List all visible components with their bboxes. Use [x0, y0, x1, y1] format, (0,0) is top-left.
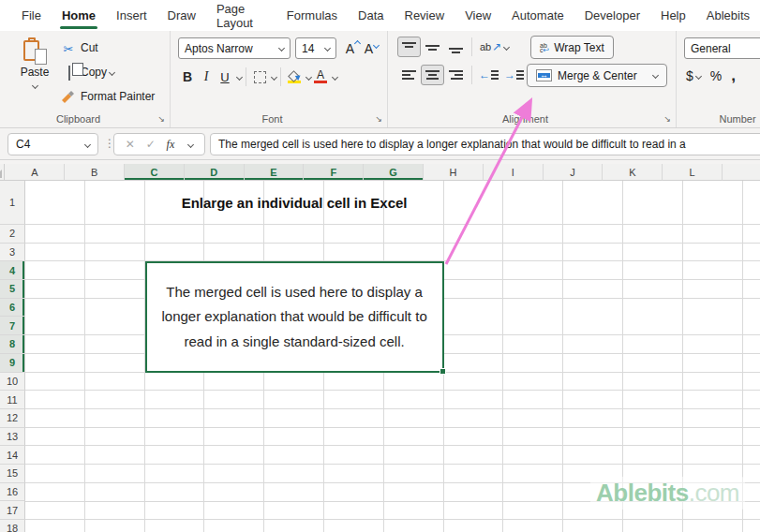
row-header[interactable]: 14 [0, 446, 25, 465]
row-header[interactable]: 1 [0, 181, 25, 225]
borders-button[interactable] [250, 66, 269, 87]
select-all-button[interactable] [0, 164, 5, 181]
menu-tab[interactable]: Insert [106, 0, 157, 31]
row-header[interactable]: 2 [0, 225, 25, 244]
menu-tab[interactable]: Data [348, 0, 394, 31]
align-top-button[interactable] [397, 37, 421, 57]
format-painter-button[interactable]: Format Painter [60, 84, 155, 109]
currency-format-button[interactable]: $ [686, 68, 701, 83]
increase-font-size-button[interactable]: A [343, 38, 362, 59]
clipboard-dialog-launcher-icon[interactable]: ↘ [157, 115, 165, 124]
row-header[interactable]: 13 [0, 428, 25, 447]
formula-input[interactable]: The merged cell is used here to display … [210, 133, 760, 155]
cancel-icon[interactable]: ✕ [126, 138, 135, 151]
italic-button[interactable]: I [197, 66, 216, 87]
align-bottom-button[interactable] [444, 37, 468, 57]
align-left-button[interactable] [397, 65, 421, 85]
column-header[interactable]: A [5, 164, 65, 181]
menu-tab[interactable]: Draw [157, 0, 206, 31]
row-header[interactable]: 11 [0, 391, 25, 409]
column-header[interactable]: H [424, 164, 484, 181]
row-header[interactable]: 16 [0, 483, 25, 502]
fill-color-button[interactable] [285, 66, 304, 87]
fill-handle[interactable] [440, 368, 446, 375]
wrap-text-button[interactable]: abc↩ Wrap Text [530, 36, 614, 59]
menu-tab[interactable]: View [455, 0, 501, 31]
comma-style-icon: , [731, 66, 736, 85]
column-header[interactable]: G [364, 164, 424, 181]
row-header[interactable]: 12 [0, 409, 25, 428]
font-name-select[interactable]: Aptos Narrow [178, 37, 291, 59]
row-header[interactable]: 6 [0, 299, 25, 318]
format-painter-icon [60, 91, 77, 103]
column-header[interactable]: I [484, 164, 544, 181]
watermark-brand: Ablebits [596, 479, 689, 507]
row-header[interactable]: 17 [0, 501, 25, 520]
title-cell[interactable]: Enlarge an individual cell in Excel [145, 181, 444, 225]
chevron-down-icon[interactable] [187, 140, 194, 147]
alignment-dialog-launcher-icon[interactable]: ↘ [663, 115, 671, 124]
row-header[interactable]: 9 [0, 354, 25, 373]
column-header[interactable]: F [304, 164, 364, 181]
font-dialog-launcher-icon[interactable]: ↘ [375, 115, 382, 124]
align-center-button[interactable] [421, 65, 444, 85]
cut-button[interactable]: ✂ Cut [60, 36, 98, 60]
align-right-button[interactable] [444, 65, 468, 85]
menu-tab[interactable]: Automate [501, 0, 574, 31]
menu-tab[interactable]: Ablebits [696, 0, 760, 31]
column-header[interactable]: C [125, 164, 185, 181]
merged-cell[interactable]: The merged cell is used here to display … [145, 261, 444, 373]
chevron-down-icon [278, 45, 285, 52]
orientation-button[interactable]: ab ↗ [480, 40, 509, 53]
currency-icon: $ [686, 68, 693, 83]
copy-label: Copy [81, 66, 107, 79]
underline-button[interactable]: U [216, 66, 234, 87]
number-format-select[interactable]: General [684, 37, 760, 59]
menu-tab[interactable]: File [11, 0, 52, 31]
row-header[interactable]: 8 [0, 335, 25, 354]
row-header[interactable]: 10 [0, 373, 25, 392]
copy-button[interactable]: Copy [60, 60, 114, 84]
menu-tab[interactable]: Review [395, 0, 455, 31]
chevron-down-icon[interactable] [31, 82, 37, 89]
column-header[interactable]: L [663, 164, 723, 181]
percent-format-button[interactable]: % [710, 68, 722, 83]
insert-function-button[interactable]: fx [167, 138, 175, 152]
comma-style-button[interactable]: , [731, 66, 736, 85]
chevron-down-icon[interactable] [109, 68, 115, 75]
menu-tab[interactable]: Home [52, 0, 106, 31]
column-header[interactable]: J [544, 164, 604, 181]
chevron-down-icon[interactable] [236, 73, 243, 80]
menu-tab[interactable]: Help [650, 0, 696, 31]
chevron-down-icon[interactable] [271, 73, 277, 80]
chevron-down-icon[interactable] [652, 72, 659, 79]
row-header[interactable]: 4 [0, 261, 25, 280]
chevron-down-icon[interactable] [84, 140, 91, 147]
chevron-down-icon[interactable] [332, 73, 338, 80]
column-header[interactable]: B [65, 164, 125, 181]
menu-tab[interactable]: Developer [574, 0, 650, 31]
row-header[interactable]: 5 [0, 280, 25, 299]
chevron-down-icon [324, 45, 331, 52]
name-box[interactable]: C4 [7, 133, 98, 155]
row-header[interactable]: 15 [0, 465, 25, 483]
font-color-button[interactable]: A [311, 66, 330, 87]
paste-button[interactable]: Paste [13, 36, 56, 109]
menu-tab[interactable]: Page Layout [206, 0, 276, 31]
align-middle-button[interactable] [421, 37, 444, 57]
column-header[interactable]: D [185, 164, 245, 181]
decrease-font-size-button[interactable]: A [362, 38, 380, 59]
row-header[interactable]: 18 [0, 520, 25, 532]
menu-tab[interactable]: Formulas [276, 0, 348, 31]
column-header[interactable]: E [245, 164, 305, 181]
row-header[interactable]: 3 [0, 244, 25, 262]
decrease-indent-button[interactable]: ← [479, 68, 499, 81]
column-header[interactable]: K [603, 164, 663, 181]
orientation-icon: ab [480, 41, 491, 52]
enter-icon[interactable]: ✓ [146, 138, 156, 151]
bold-button[interactable]: B [178, 66, 197, 87]
font-size-select[interactable]: 14 [295, 37, 336, 59]
row-header[interactable]: 7 [0, 317, 25, 335]
merge-center-button[interactable]: ↔ Merge & Center [527, 64, 667, 87]
increase-indent-button[interactable]: → [504, 68, 524, 81]
